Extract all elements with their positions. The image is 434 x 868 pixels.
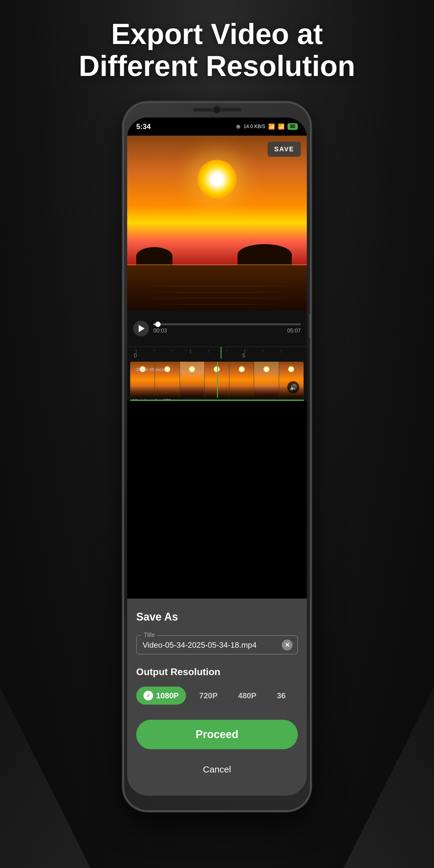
- frame-sea-3: [180, 386, 204, 398]
- frame-sun-3: [189, 366, 195, 372]
- frame-sea-2: [155, 386, 179, 398]
- filmstrip: 🔊 05 min 06 secs: [130, 362, 304, 398]
- title-input-label: Title: [141, 631, 157, 638]
- label-360p: 36: [277, 691, 286, 701]
- data-speed: 14.0 KB/S: [244, 124, 265, 129]
- phone-camera: [213, 105, 221, 114]
- sunset-sun: [197, 160, 237, 199]
- bluetooth-icon: ⊕: [236, 123, 241, 130]
- progress-bar[interactable]: [153, 323, 301, 325]
- filmstrip-area: 🔊 05 min 06 secs Mixed_audio_173...: [127, 359, 307, 401]
- check-1080p: ✓: [144, 691, 153, 701]
- progress-thumb: [155, 321, 161, 327]
- resolution-480p[interactable]: 480P: [231, 687, 264, 705]
- timeline-ticks: 0 5: [127, 347, 307, 359]
- phone-screen: 5:34 ⊕ 14.0 KB/S 📶 📶 80: [127, 118, 307, 796]
- total-time: 05:07: [287, 328, 301, 334]
- ripple-1: [145, 286, 289, 286]
- current-time: 00:03: [153, 328, 167, 334]
- filmstrip-duration: 05 min 06 secs: [135, 367, 164, 372]
- title-input-field[interactable]: Video-05-34-2025-05-34-18.mp4: [143, 641, 291, 650]
- frame-sun-2: [164, 366, 170, 372]
- save-as-dialog: Save As Title Video-05-34-2025-05-34-18.…: [127, 598, 307, 796]
- resolution-360p[interactable]: 36: [270, 687, 293, 705]
- wifi-icon: 📶: [268, 123, 275, 130]
- status-icons: ⊕ 14.0 KB/S 📶 📶 80: [236, 123, 298, 130]
- timeline-ruler: 0 5: [127, 347, 307, 359]
- signal-icon: 📶: [278, 123, 284, 130]
- frame-sun-5: [239, 366, 245, 372]
- label-480p: 480P: [238, 691, 256, 701]
- filename-text: Video-05-34-2025-05-34-18.mp4: [143, 641, 256, 650]
- title-input-wrapper: Title Video-05-34-2025-05-34-18.mp4 ✕: [136, 635, 298, 654]
- phone-mockup: 5:34 ⊕ 14.0 KB/S 📶 📶 80: [124, 102, 310, 811]
- phone-frame: 5:34 ⊕ 14.0 KB/S 📶 📶 80: [124, 102, 310, 811]
- play-icon: [138, 325, 145, 332]
- status-time: 5:34: [136, 122, 151, 131]
- audio-icon: 🔊: [287, 381, 299, 393]
- timeline-cursor: [221, 347, 221, 359]
- island-right: [238, 244, 292, 265]
- island-left: [136, 247, 173, 265]
- cancel-button[interactable]: Cancel: [136, 758, 298, 781]
- timeline-label-5: 5: [242, 352, 245, 359]
- page-title: Export Video at Different Resolution: [0, 18, 434, 82]
- resolution-720p[interactable]: 720P: [192, 687, 225, 705]
- timeline-label-0: 0: [134, 352, 137, 359]
- play-button[interactable]: [133, 321, 149, 336]
- output-resolution-label: Output Resolution: [136, 666, 298, 678]
- clear-filename-button[interactable]: ✕: [282, 640, 293, 650]
- ripple-2: [151, 292, 283, 292]
- progress-section: 00:03 05:07: [153, 323, 301, 334]
- film-frame-3: [180, 362, 205, 398]
- time-labels: 00:03 05:07: [153, 328, 301, 334]
- frame-sun-7: [288, 366, 294, 372]
- film-frame-6: [254, 362, 279, 398]
- audio-bar: [130, 400, 304, 401]
- phone-side-button: [309, 313, 310, 338]
- label-720p: 720P: [199, 691, 218, 701]
- save-button[interactable]: SAVE: [268, 142, 301, 157]
- filmstrip-cursor: [217, 362, 218, 398]
- audio-icon-symbol: 🔊: [290, 384, 297, 391]
- status-bar: 5:34 ⊕ 14.0 KB/S 📶 📶 80: [127, 118, 307, 135]
- water-reflection: [127, 265, 307, 310]
- frame-sea-5: [229, 386, 254, 398]
- frame-sea-1: [130, 386, 155, 398]
- save-as-title: Save As: [136, 611, 298, 623]
- proceed-button[interactable]: Proceed: [136, 720, 298, 749]
- frame-sun-6: [264, 366, 270, 372]
- video-player: SAVE: [127, 135, 307, 310]
- ripple-4: [157, 304, 277, 304]
- ripple-3: [145, 298, 289, 299]
- resolution-options: ✓ 1080P 720P 480P 36: [136, 687, 298, 705]
- frame-sea-6: [254, 386, 278, 398]
- battery-indicator: 80: [287, 123, 298, 130]
- resolution-1080p[interactable]: ✓ 1080P: [136, 687, 186, 705]
- video-controls: 00:03 05:07: [127, 310, 307, 347]
- label-1080p: 1080P: [156, 691, 179, 701]
- film-frame-5: [229, 362, 254, 398]
